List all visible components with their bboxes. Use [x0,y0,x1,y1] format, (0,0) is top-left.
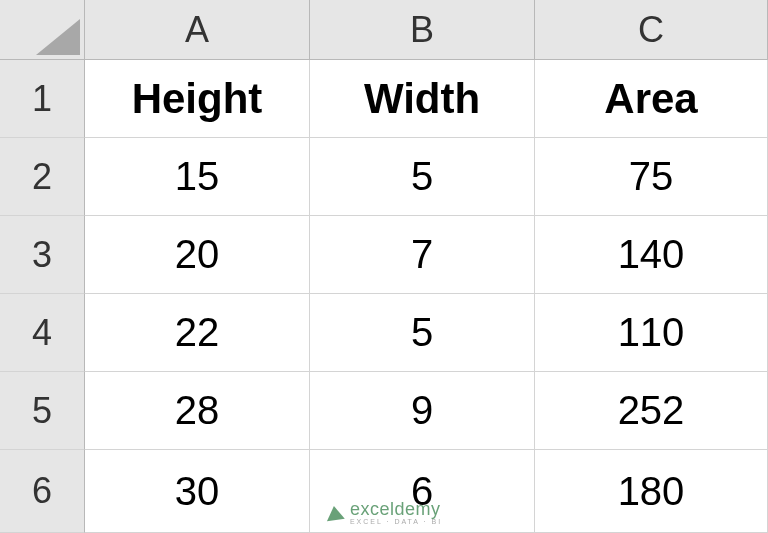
cell-a4[interactable]: 22 [85,294,310,372]
cell-b4[interactable]: 5 [310,294,535,372]
cell-b3[interactable]: 7 [310,216,535,294]
cell-c5[interactable]: 252 [535,372,768,450]
cell-c3[interactable]: 140 [535,216,768,294]
row-header-4[interactable]: 4 [0,294,85,372]
cell-b5[interactable]: 9 [310,372,535,450]
select-all-corner[interactable] [0,0,85,60]
cell-b2[interactable]: 5 [310,138,535,216]
spreadsheet-grid: A B C 1 Height Width Area 2 15 5 75 3 20… [0,0,768,533]
row-header-2[interactable]: 2 [0,138,85,216]
row-header-1[interactable]: 1 [0,60,85,138]
column-header-a[interactable]: A [85,0,310,60]
column-header-b[interactable]: B [310,0,535,60]
cell-c2[interactable]: 75 [535,138,768,216]
cell-b1[interactable]: Width [310,60,535,138]
cell-c6[interactable]: 180 [535,450,768,533]
row-header-5[interactable]: 5 [0,372,85,450]
cell-a6[interactable]: 30 [85,450,310,533]
cell-c4[interactable]: 110 [535,294,768,372]
row-header-6[interactable]: 6 [0,450,85,533]
cell-a2[interactable]: 15 [85,138,310,216]
cell-a5[interactable]: 28 [85,372,310,450]
row-header-3[interactable]: 3 [0,216,85,294]
cell-a3[interactable]: 20 [85,216,310,294]
cell-b6[interactable]: 6 [310,450,535,533]
column-header-c[interactable]: C [535,0,768,60]
cell-a1[interactable]: Height [85,60,310,138]
cell-c1[interactable]: Area [535,60,768,138]
